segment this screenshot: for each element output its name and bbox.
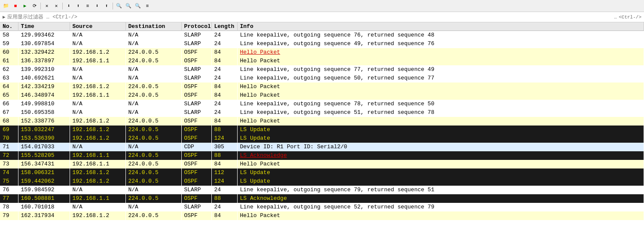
- cell-dst: N/A: [125, 203, 181, 211]
- cell-len: 24: [211, 186, 237, 194]
- cell-src: N/A: [70, 108, 125, 117]
- cell-len: 84: [211, 117, 237, 126]
- toolbar-btn-1[interactable]: 📁: [2, 2, 10, 10]
- cell-no: 65: [0, 91, 18, 100]
- table-row[interactable]: 62139.992310N/AN/ASLARP24Line keepalive,…: [0, 65, 644, 74]
- table-row[interactable]: 63140.692621N/AN/ASLARP24Line keepalive,…: [0, 74, 644, 83]
- cell-proto: OSPF: [181, 57, 211, 65]
- table-row[interactable]: 76159.984592N/AN/ASLARP24Line keepalive,…: [0, 186, 644, 194]
- table-row[interactable]: 61136.337897192.168.1.1224.0.0.5OSPF84He…: [0, 57, 644, 65]
- cell-dst: 224.0.0.5: [125, 126, 181, 134]
- sep-1: [40, 3, 41, 9]
- toolbar-btn-14[interactable]: 🔍: [134, 2, 142, 10]
- toolbar-btn-8[interactable]: ⬆: [74, 2, 82, 10]
- toolbar-btn-4[interactable]: ⟳: [30, 2, 39, 10]
- cell-src: N/A: [70, 143, 125, 151]
- cell-proto: OSPF: [181, 151, 211, 160]
- cell-info: Hello Packet: [237, 48, 644, 57]
- cell-no: 58: [0, 31, 18, 40]
- cell-no: 79: [0, 211, 18, 220]
- cell-no: 71: [0, 143, 18, 151]
- cell-proto: OSPF: [181, 126, 211, 134]
- cell-time: 130.697854: [18, 40, 70, 48]
- cell-info: LS Update: [237, 134, 644, 143]
- table-row[interactable]: 71154.017033N/AN/ACDP305Device ID: R1 Po…: [0, 143, 644, 151]
- cell-dst: 224.0.0.5: [125, 117, 181, 126]
- table-row[interactable]: 66149.998810N/AN/ASLARP24Line keepalive,…: [0, 100, 644, 108]
- table-row[interactable]: 77160.508881192.168.1.1224.0.0.5OSPF88LS…: [0, 194, 644, 203]
- cell-no: 74: [0, 168, 18, 177]
- toolbar-btn-3[interactable]: ▶: [21, 2, 29, 10]
- cell-no: 75: [0, 177, 18, 186]
- col-header-source[interactable]: Source: [70, 22, 125, 31]
- cell-src: 192.168.1.2: [70, 177, 125, 186]
- cell-time: 150.695358: [18, 108, 70, 117]
- cell-no: 78: [0, 203, 18, 211]
- col-header-no[interactable]: No.: [0, 22, 18, 31]
- table-row[interactable]: 79162.317934192.168.1.2224.0.0.5OSPF84He…: [0, 211, 644, 220]
- toolbar-btn-12[interactable]: 🔍: [115, 2, 123, 10]
- table-row[interactable]: 64142.334219192.168.1.2224.0.0.5OSPF84He…: [0, 83, 644, 91]
- cell-time: 156.347431: [18, 160, 70, 168]
- cell-len: 24: [211, 65, 237, 74]
- table-row[interactable]: 72155.528205192.168.1.1224.0.0.5OSPF88LS…: [0, 151, 644, 160]
- cell-no: 72: [0, 151, 18, 160]
- cell-len: 124: [211, 134, 237, 143]
- main-toolbar: 📁 ■ ▶ ⟳ ✕ ✕ ⬇ ⬆ ≡ ⬇ ⬆ 🔍 🔍 🔍 ≡: [0, 0, 644, 12]
- table-row[interactable]: 65146.348974192.168.1.1224.0.0.5OSPF84He…: [0, 91, 644, 100]
- cell-proto: OSPF: [181, 134, 211, 143]
- packet-tbody: 58129.993462N/AN/ASLARP24Line keepalive,…: [0, 31, 644, 220]
- toolbar-btn-2[interactable]: ■: [11, 2, 20, 10]
- cell-len: 24: [211, 100, 237, 108]
- cell-len: 84: [211, 48, 237, 57]
- cell-dst: N/A: [125, 100, 181, 108]
- cell-info: Hello Packet: [237, 91, 644, 100]
- cell-no: 59: [0, 40, 18, 48]
- cell-no: 66: [0, 100, 18, 108]
- table-row[interactable]: 70153.536390192.168.1.2224.0.0.5OSPF124L…: [0, 134, 644, 143]
- toolbar-btn-5[interactable]: ✕: [43, 2, 51, 10]
- cell-src: 192.168.1.2: [70, 48, 125, 57]
- col-header-length[interactable]: Length: [211, 22, 237, 31]
- cell-dst: 224.0.0.5: [125, 57, 181, 65]
- col-header-time[interactable]: Time: [18, 22, 70, 31]
- table-row[interactable]: 75159.442062192.168.1.2224.0.0.5OSPF124L…: [0, 177, 644, 186]
- toolbar-btn-10[interactable]: ⬇: [93, 2, 101, 10]
- toolbar-btn-13[interactable]: 🔍: [124, 2, 133, 10]
- cell-time: 160.508881: [18, 194, 70, 203]
- cell-no: 70: [0, 134, 18, 143]
- table-row[interactable]: 67150.695358N/AN/ASLARP24Line keepalive,…: [0, 108, 644, 117]
- toolbar-btn-15[interactable]: ≡: [143, 2, 152, 10]
- toolbar-btn-11[interactable]: ⬆: [102, 2, 111, 10]
- cell-info: Hello Packet: [237, 83, 644, 91]
- cell-dst: 224.0.0.5: [125, 194, 181, 203]
- toolbar-btn-6[interactable]: ✕: [52, 2, 61, 10]
- cell-len: 112: [211, 168, 237, 177]
- cell-proto: OSPF: [181, 117, 211, 126]
- col-header-info[interactable]: Info: [237, 22, 644, 31]
- cell-proto: OSPF: [181, 160, 211, 168]
- table-row[interactable]: 68152.338776192.168.1.2224.0.0.5OSPF84He…: [0, 117, 644, 126]
- cell-info: LS Acknowledge: [237, 151, 644, 160]
- table-row[interactable]: 74158.006321192.168.1.2224.0.0.5OSPF112L…: [0, 168, 644, 177]
- cell-no: 60: [0, 48, 18, 57]
- cell-time: 153.032247: [18, 126, 70, 134]
- cell-src: N/A: [70, 100, 125, 108]
- col-header-destination[interactable]: Destination: [125, 22, 181, 31]
- col-header-protocol[interactable]: Protocol: [181, 22, 211, 31]
- table-row[interactable]: 59130.697854N/AN/ASLARP24Line keepalive,…: [0, 40, 644, 48]
- cell-src: 192.168.1.2: [70, 168, 125, 177]
- cell-len: 24: [211, 74, 237, 83]
- table-row[interactable]: 58129.993462N/AN/ASLARP24Line keepalive,…: [0, 31, 644, 40]
- table-row[interactable]: 73156.347431192.168.1.1224.0.0.5OSPF84He…: [0, 160, 644, 168]
- table-row[interactable]: 60132.329422192.168.1.2224.0.0.5OSPF84He…: [0, 48, 644, 57]
- table-row[interactable]: 78160.701018N/AN/ASLARP24Line keepalive,…: [0, 203, 644, 211]
- cell-info: Line keepalive, outgoing sequence 77, re…: [237, 65, 644, 74]
- cell-proto: SLARP: [181, 186, 211, 194]
- toolbar-btn-7[interactable]: ⬇: [64, 2, 73, 10]
- cell-dst: 224.0.0.5: [125, 211, 181, 220]
- table-row[interactable]: 69153.032247192.168.1.2224.0.0.5OSPF88LS…: [0, 126, 644, 134]
- cell-proto: SLARP: [181, 100, 211, 108]
- filter-input[interactable]: [7, 14, 613, 20]
- toolbar-btn-9[interactable]: ≡: [83, 2, 92, 10]
